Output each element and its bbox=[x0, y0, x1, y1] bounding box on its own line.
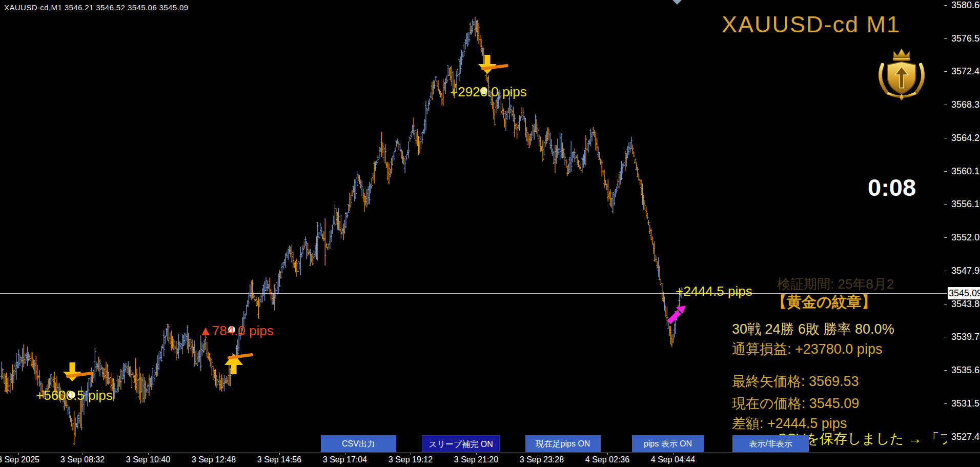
price-axis-label: 3568.35 bbox=[951, 99, 980, 110]
price-axis-tick bbox=[944, 38, 947, 39]
time-axis-tick bbox=[214, 453, 214, 455]
pips-annotation-label: ▲784.0 pips bbox=[199, 323, 274, 339]
price-axis-label: 3535.65 bbox=[951, 365, 980, 376]
time-axis-label: 3 Sep 08:32 bbox=[60, 455, 105, 464]
panel-title: 【黄金の紋章】 bbox=[772, 292, 876, 313]
crown-band bbox=[893, 58, 910, 61]
price-axis-label: 3531.55 bbox=[951, 398, 980, 409]
chart-shift-triangle-icon bbox=[672, 0, 682, 5]
price-axis-label: 3543.80 bbox=[951, 299, 980, 310]
golden-crest-emblem-icon bbox=[871, 43, 932, 104]
bars-up bbox=[1, 19, 683, 437]
pips-annotation-label: +2444.5 pips bbox=[676, 283, 752, 299]
crown-icon bbox=[893, 49, 909, 59]
chart-area[interactable]: XAUUSD-cd,M1 3546.21 3546.52 3545.06 354… bbox=[0, 0, 947, 453]
bars-down bbox=[2, 17, 679, 445]
ne-arrow-icon bbox=[669, 312, 679, 322]
pips-annotation-label: +5600.5 pips bbox=[36, 388, 113, 403]
price-axis-label: 3556.10 bbox=[951, 199, 980, 210]
button-表示/非表示[interactable]: 表示/非表示 bbox=[732, 435, 809, 452]
time-axis-label: 3 Sep 23:28 bbox=[520, 455, 564, 464]
verification-period-text: 検証期間: 25年8月2 bbox=[777, 275, 894, 293]
time-axis-label: 3 Sep 19:12 bbox=[389, 455, 433, 464]
time-axis[interactable]: 3 Sep 20253 Sep 08:323 Sep 10:403 Sep 12… bbox=[0, 453, 980, 467]
price-axis-tick bbox=[944, 105, 947, 105]
total-profit: 通算損益: +23780.0 pips bbox=[732, 340, 882, 358]
laurel-right bbox=[916, 65, 923, 93]
last-arrow-price: 最終矢価格: 3569.53 bbox=[732, 372, 859, 391]
price-axis-label: 3576.50 bbox=[951, 33, 980, 44]
price-axis-tick bbox=[944, 237, 947, 238]
price-axis-tick bbox=[944, 5, 947, 6]
current-price-text: 現在の価格: 3545.09 bbox=[732, 394, 859, 413]
price-axis-tick bbox=[944, 437, 947, 437]
mt4-chart-window: XAUUSD-cd,M1 3546.21 3546.52 3545.06 354… bbox=[0, 0, 980, 467]
time-axis-tick bbox=[476, 453, 477, 455]
time-axis-tick bbox=[148, 453, 149, 455]
price-axis-label: 3547.90 bbox=[951, 266, 980, 276]
time-axis-label: 3 Sep 21:20 bbox=[454, 455, 498, 464]
time-axis-tick bbox=[83, 453, 83, 455]
time-axis-label: 4 Sep 04:44 bbox=[651, 455, 695, 464]
button-pips 表示 ON[interactable]: pips 表示 ON bbox=[632, 435, 704, 452]
button-スリープ補完 ON[interactable]: スリープ補完 ON bbox=[422, 435, 500, 452]
symbol-watermark-title: XAUUSD-cd M1 bbox=[722, 11, 901, 38]
time-axis-tick bbox=[411, 453, 411, 455]
price-axis[interactable]: 3580.603576.503572.453568.353564.253560.… bbox=[947, 0, 980, 453]
price-axis-tick bbox=[944, 204, 947, 205]
price-axis-label: 3580.60 bbox=[951, 0, 980, 11]
price-axis-tick bbox=[944, 403, 947, 404]
button-CSV出力[interactable]: CSV出力 bbox=[321, 435, 396, 452]
price-axis-tick bbox=[944, 337, 947, 337]
win-rate-stats: 30戦 24勝 6敗 勝率 80.0% bbox=[732, 320, 894, 338]
price-axis-tick bbox=[944, 370, 947, 371]
time-axis-label: 4 Sep 02:36 bbox=[585, 455, 629, 464]
price-axis-tick bbox=[944, 138, 947, 138]
time-axis-label: 3 Sep 14:56 bbox=[257, 455, 301, 464]
button-現在足pips ON[interactable]: 現在足pips ON bbox=[525, 435, 601, 452]
price-axis-tick bbox=[944, 71, 947, 72]
time-axis-tick bbox=[542, 453, 542, 455]
time-axis-tick bbox=[279, 453, 280, 455]
pips-annotation-label: +2926.0 pips bbox=[450, 84, 527, 100]
time-axis-tick bbox=[673, 453, 673, 455]
price-axis-tick bbox=[944, 271, 947, 271]
laurel-left bbox=[880, 65, 887, 93]
price-axis-label: 3539.75 bbox=[951, 332, 980, 342]
current-price-badge: 3545.09 bbox=[948, 287, 980, 299]
symbol-ohlc-readout: XAUUSD-cd,M1 3546.21 3546.52 3545.06 354… bbox=[4, 3, 189, 12]
price-axis-tick bbox=[944, 171, 947, 172]
price-axis-label: 3572.45 bbox=[951, 66, 980, 77]
time-axis-tick bbox=[607, 453, 608, 455]
time-axis-tick bbox=[345, 453, 345, 455]
time-axis-label: 3 Sep 12:48 bbox=[192, 455, 236, 464]
time-axis-tick bbox=[18, 453, 19, 455]
time-axis-label: 3 Sep 10:40 bbox=[126, 455, 170, 464]
price-axis-label: 3552.00 bbox=[951, 232, 980, 243]
price-axis-label: 3564.25 bbox=[951, 133, 980, 144]
crest-pendant bbox=[900, 94, 904, 101]
candle-countdown-timer: 0:08 bbox=[868, 173, 916, 201]
time-axis-label: 3 Sep 2025 bbox=[0, 455, 39, 464]
price-axis-label: 3560.15 bbox=[951, 166, 980, 177]
price-axis-label: 3527.45 bbox=[951, 432, 980, 442]
time-axis-label: 3 Sep 17:04 bbox=[323, 455, 367, 464]
price-axis-tick bbox=[944, 304, 947, 304]
